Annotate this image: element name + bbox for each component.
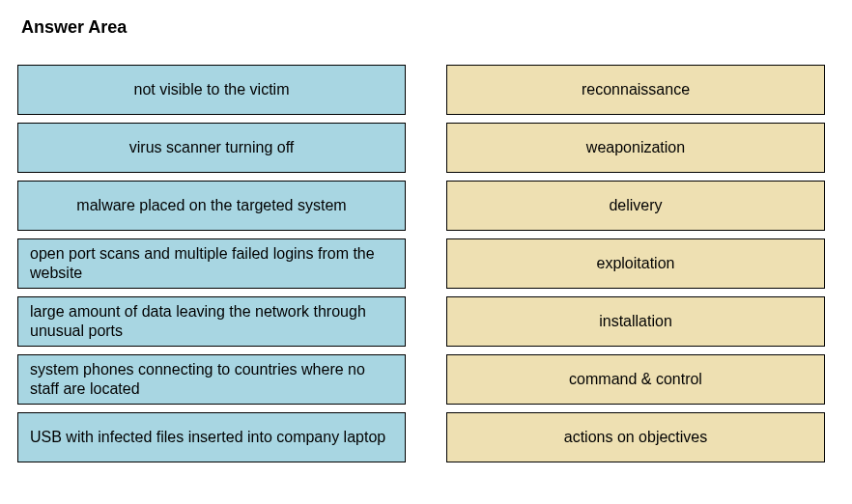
left-item[interactable]: malware placed on the targeted system [17,181,406,231]
right-item[interactable]: weaponization [446,123,825,173]
left-item-label: malware placed on the targeted system [76,196,346,215]
left-item[interactable]: large amount of data leaving the network… [17,296,406,347]
right-item[interactable]: command & control [446,354,825,405]
right-item[interactable]: delivery [446,181,825,231]
left-item[interactable]: system phones connecting to countries wh… [17,354,406,405]
left-item-label: not visible to the victim [134,80,290,99]
right-item-label: installation [599,312,672,331]
left-item-label: system phones connecting to countries wh… [30,360,393,399]
left-item-label: large amount of data leaving the network… [30,302,393,341]
right-item-label: exploitation [597,254,675,273]
right-item-label: reconnaissance [582,80,690,99]
left-item[interactable]: virus scanner turning off [17,123,406,173]
right-item-label: actions on objectives [564,428,708,447]
right-item-label: weaponization [586,138,685,157]
right-item-label: delivery [609,196,662,215]
left-item-label: virus scanner turning off [129,138,294,157]
right-item[interactable]: exploitation [446,238,825,289]
columns-container: not visible to the victim virus scanner … [17,65,835,462]
right-item[interactable]: reconnaissance [446,65,825,115]
right-column: reconnaissance weaponization delivery ex… [446,65,825,462]
left-item[interactable]: open port scans and multiple failed logi… [17,238,406,289]
right-item[interactable]: actions on objectives [446,412,825,462]
left-item[interactable]: USB with infected files inserted into co… [17,412,406,462]
left-item[interactable]: not visible to the victim [17,65,406,115]
left-item-label: open port scans and multiple failed logi… [30,244,393,283]
page-title: Answer Area [21,17,835,38]
right-item-label: command & control [569,370,702,389]
left-column: not visible to the victim virus scanner … [17,65,406,462]
right-item[interactable]: installation [446,296,825,347]
left-item-label: USB with infected files inserted into co… [30,428,385,447]
